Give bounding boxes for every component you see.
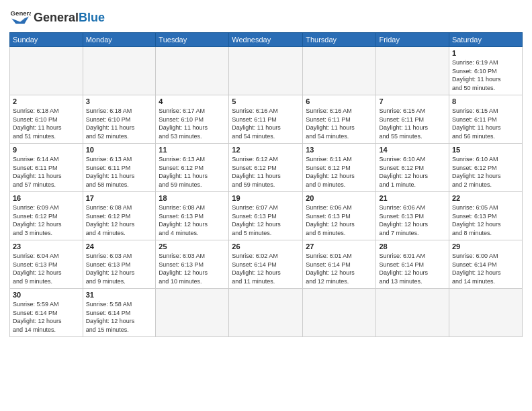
weekday-header-monday: Monday	[83, 33, 156, 47]
calendar-cell: 20Sunrise: 6:06 AM Sunset: 6:13 PM Dayli…	[303, 192, 376, 240]
calendar-cell: 4Sunrise: 6:17 AM Sunset: 6:10 PM Daylig…	[156, 95, 229, 144]
day-number: 2	[13, 97, 80, 105]
calendar-cell: 9Sunrise: 6:14 AM Sunset: 6:11 PM Daylig…	[10, 144, 83, 192]
calendar-cell: 15Sunrise: 6:10 AM Sunset: 6:12 PM Dayli…	[449, 144, 522, 192]
day-info: Sunrise: 6:17 AM Sunset: 6:10 PM Dayligh…	[159, 107, 226, 140]
day-number: 5	[232, 97, 300, 105]
weekday-header-tuesday: Tuesday	[156, 33, 229, 47]
calendar-week-2: 9Sunrise: 6:14 AM Sunset: 6:11 PM Daylig…	[10, 144, 523, 192]
calendar-cell	[83, 47, 156, 95]
day-number: 23	[13, 242, 80, 250]
day-info: Sunrise: 6:06 AM Sunset: 6:13 PM Dayligh…	[306, 203, 373, 237]
calendar-cell: 16Sunrise: 6:09 AM Sunset: 6:12 PM Dayli…	[10, 192, 83, 240]
day-info: Sunrise: 6:01 AM Sunset: 6:14 PM Dayligh…	[379, 252, 445, 285]
weekday-header-sunday: Sunday	[10, 33, 83, 47]
svg-text:General: General	[11, 9, 31, 17]
calendar-cell: 3Sunrise: 6:18 AM Sunset: 6:10 PM Daylig…	[83, 95, 156, 144]
day-number: 26	[232, 242, 300, 250]
day-number: 20	[306, 194, 373, 202]
calendar-cell: 24Sunrise: 6:03 AM Sunset: 6:13 PM Dayli…	[83, 240, 156, 289]
calendar-cell: 8Sunrise: 6:15 AM Sunset: 6:11 PM Daylig…	[449, 95, 522, 144]
day-number: 27	[306, 242, 373, 250]
day-info: Sunrise: 6:10 AM Sunset: 6:12 PM Dayligh…	[379, 155, 445, 189]
calendar-week-1: 2Sunrise: 6:18 AM Sunset: 6:10 PM Daylig…	[10, 95, 523, 144]
logo: General GeneralBlue	[9, 7, 105, 28]
day-number: 21	[379, 194, 445, 202]
calendar-cell	[156, 47, 229, 95]
day-number: 25	[159, 242, 226, 250]
day-number: 9	[13, 146, 80, 154]
day-info: Sunrise: 6:08 AM Sunset: 6:13 PM Dayligh…	[159, 203, 226, 237]
calendar-header: SundayMondayTuesdayWednesdayThursdayFrid…	[10, 33, 523, 47]
calendar-cell: 7Sunrise: 6:15 AM Sunset: 6:11 PM Daylig…	[376, 95, 449, 144]
calendar-cell: 29Sunrise: 6:00 AM Sunset: 6:14 PM Dayli…	[449, 240, 522, 289]
calendar-cell	[449, 289, 522, 337]
day-number: 24	[86, 242, 153, 250]
header: General GeneralBlue	[9, 7, 523, 28]
calendar-body: 1Sunrise: 6:19 AM Sunset: 6:10 PM Daylig…	[10, 47, 523, 337]
day-number: 4	[159, 97, 226, 105]
day-info: Sunrise: 6:01 AM Sunset: 6:14 PM Dayligh…	[306, 252, 373, 285]
day-info: Sunrise: 6:00 AM Sunset: 6:14 PM Dayligh…	[452, 252, 519, 285]
calendar-cell: 14Sunrise: 6:10 AM Sunset: 6:12 PM Dayli…	[376, 144, 449, 192]
calendar-cell: 5Sunrise: 6:16 AM Sunset: 6:11 PM Daylig…	[229, 95, 303, 144]
day-info: Sunrise: 6:16 AM Sunset: 6:11 PM Dayligh…	[306, 107, 373, 140]
svg-marker-1	[11, 16, 29, 24]
calendar-cell: 27Sunrise: 6:01 AM Sunset: 6:14 PM Dayli…	[303, 240, 376, 289]
day-info: Sunrise: 6:05 AM Sunset: 6:13 PM Dayligh…	[452, 203, 519, 237]
calendar-cell	[303, 289, 376, 337]
day-info: Sunrise: 6:06 AM Sunset: 6:13 PM Dayligh…	[379, 203, 445, 237]
calendar-cell: 2Sunrise: 6:18 AM Sunset: 6:10 PM Daylig…	[10, 95, 83, 144]
day-number: 10	[86, 146, 153, 154]
calendar-table: SundayMondayTuesdayWednesdayThursdayFrid…	[9, 32, 523, 337]
calendar-week-4: 23Sunrise: 6:04 AM Sunset: 6:13 PM Dayli…	[10, 240, 523, 289]
calendar-cell: 28Sunrise: 6:01 AM Sunset: 6:14 PM Dayli…	[376, 240, 449, 289]
day-number: 8	[452, 97, 519, 105]
calendar-week-5: 30Sunrise: 5:59 AM Sunset: 6:14 PM Dayli…	[10, 289, 523, 337]
day-info: Sunrise: 6:14 AM Sunset: 6:11 PM Dayligh…	[13, 155, 80, 189]
calendar-cell: 13Sunrise: 6:11 AM Sunset: 6:12 PM Dayli…	[303, 144, 376, 192]
generalblue-logo-icon: General	[9, 7, 31, 28]
calendar-cell: 12Sunrise: 6:12 AM Sunset: 6:12 PM Dayli…	[229, 144, 303, 192]
day-info: Sunrise: 6:04 AM Sunset: 6:13 PM Dayligh…	[13, 252, 80, 285]
calendar-cell: 25Sunrise: 6:03 AM Sunset: 6:13 PM Dayli…	[156, 240, 229, 289]
day-info: Sunrise: 6:09 AM Sunset: 6:12 PM Dayligh…	[13, 203, 80, 237]
calendar-cell	[376, 289, 449, 337]
page: General GeneralBlue SundayMondayTuesdayW…	[0, 0, 532, 411]
day-number: 1	[452, 49, 519, 57]
calendar-week-3: 16Sunrise: 6:09 AM Sunset: 6:12 PM Dayli…	[10, 192, 523, 240]
day-number: 11	[159, 146, 226, 154]
calendar-cell: 6Sunrise: 6:16 AM Sunset: 6:11 PM Daylig…	[303, 95, 376, 144]
calendar-cell: 26Sunrise: 6:02 AM Sunset: 6:14 PM Dayli…	[229, 240, 303, 289]
day-info: Sunrise: 6:11 AM Sunset: 6:12 PM Dayligh…	[306, 155, 373, 189]
day-info: Sunrise: 6:03 AM Sunset: 6:13 PM Dayligh…	[159, 252, 226, 285]
day-number: 3	[86, 97, 153, 105]
weekday-header-saturday: Saturday	[449, 33, 522, 47]
day-number: 7	[379, 97, 445, 105]
day-number: 14	[379, 146, 445, 154]
day-info: Sunrise: 5:58 AM Sunset: 6:14 PM Dayligh…	[86, 300, 153, 334]
day-info: Sunrise: 6:07 AM Sunset: 6:13 PM Dayligh…	[232, 203, 300, 237]
calendar-cell: 23Sunrise: 6:04 AM Sunset: 6:13 PM Dayli…	[10, 240, 83, 289]
day-info: Sunrise: 6:18 AM Sunset: 6:10 PM Dayligh…	[13, 107, 80, 140]
day-number: 31	[86, 291, 153, 299]
calendar-cell: 11Sunrise: 6:13 AM Sunset: 6:12 PM Dayli…	[156, 144, 229, 192]
day-number: 28	[379, 242, 445, 250]
day-number: 13	[306, 146, 373, 154]
calendar-cell	[303, 47, 376, 95]
calendar-cell: 10Sunrise: 6:13 AM Sunset: 6:11 PM Dayli…	[83, 144, 156, 192]
calendar-cell: 30Sunrise: 5:59 AM Sunset: 6:14 PM Dayli…	[10, 289, 83, 337]
day-number: 15	[452, 146, 519, 154]
day-info: Sunrise: 6:15 AM Sunset: 6:11 PM Dayligh…	[452, 107, 519, 140]
weekday-header-friday: Friday	[376, 33, 449, 47]
weekday-header-row: SundayMondayTuesdayWednesdayThursdayFrid…	[10, 33, 523, 47]
day-number: 6	[306, 97, 373, 105]
calendar-cell	[10, 47, 83, 95]
logo-text: GeneralBlue	[34, 11, 105, 24]
day-number: 30	[13, 291, 80, 299]
day-info: Sunrise: 6:18 AM Sunset: 6:10 PM Dayligh…	[86, 107, 153, 140]
day-info: Sunrise: 6:16 AM Sunset: 6:11 PM Dayligh…	[232, 107, 300, 140]
calendar-cell	[229, 289, 303, 337]
day-info: Sunrise: 6:08 AM Sunset: 6:12 PM Dayligh…	[86, 203, 153, 237]
day-info: Sunrise: 6:13 AM Sunset: 6:11 PM Dayligh…	[86, 155, 153, 189]
